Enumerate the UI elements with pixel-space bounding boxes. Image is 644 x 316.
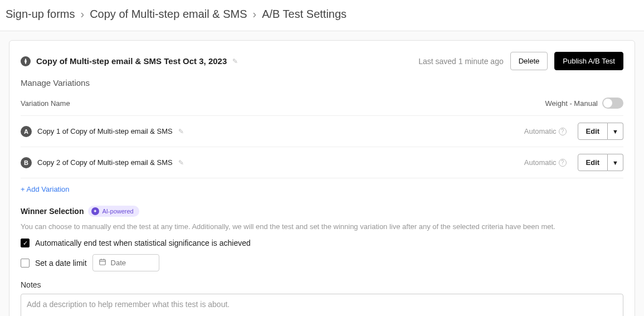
edit-dropdown-caret[interactable]: ▼ [608, 154, 623, 171]
ai-powered-badge: AI-powered [88, 206, 139, 217]
variation-name: Copy 2 of Copy of Multi-step email & SMS [37, 158, 173, 167]
edit-button[interactable]: Edit [578, 123, 608, 140]
breadcrumb-parent[interactable]: Copy of Multi-step email & SMS [90, 8, 247, 21]
last-saved-text: Last saved 1 minute ago [418, 57, 504, 66]
weight-label: Weight - Manual [545, 99, 598, 108]
compass-icon [21, 56, 31, 66]
sparkle-icon [91, 207, 99, 215]
date-input[interactable] [111, 259, 153, 267]
auto-end-label: Automatically end test when statistical … [35, 239, 251, 247]
variation-name: Copy 1 of Copy of Multi-step email & SMS [37, 127, 173, 135]
ab-test-card: Copy of Multi-step email & SMS Test Oct … [9, 40, 635, 316]
chevron-right-icon: › [253, 8, 257, 21]
weight-value: Automatic [524, 127, 557, 135]
add-variation-button[interactable]: + Add Variation [21, 178, 70, 200]
date-input-wrap[interactable] [92, 254, 159, 271]
winner-help-text: You can choose to manually end the test … [21, 222, 623, 231]
variation-row: B Copy 2 of Copy of Multi-step email & S… [21, 147, 623, 178]
edit-button[interactable]: Edit [578, 154, 608, 171]
breadcrumb-current: A/B Test Settings [262, 8, 347, 21]
pencil-icon[interactable]: ✎ [232, 57, 238, 65]
date-limit-label: Set a date limit [35, 259, 87, 268]
chevron-right-icon: › [81, 8, 85, 21]
svg-rect-1 [99, 260, 105, 265]
edit-dropdown-caret[interactable]: ▼ [608, 123, 623, 140]
breadcrumb-root[interactable]: Sign-up forms [6, 8, 75, 21]
winner-selection-heading: Winner Selection [21, 207, 84, 216]
manage-variations-heading: Manage Variations [21, 78, 623, 87]
weight-value: Automatic [524, 158, 557, 167]
help-icon[interactable]: ? [559, 128, 567, 135]
pencil-icon[interactable]: ✎ [178, 159, 184, 167]
variation-row: A Copy 1 of Copy of Multi-step email & S… [21, 116, 623, 147]
calendar-icon [99, 258, 106, 268]
svg-marker-0 [25, 59, 27, 63]
breadcrumb: Sign-up forms › Copy of Multi-step email… [0, 0, 644, 31]
weight-toggle[interactable] [602, 98, 623, 109]
notes-heading: Notes [21, 280, 623, 289]
pencil-icon[interactable]: ✎ [178, 128, 184, 135]
variation-badge: B [21, 157, 32, 168]
variation-badge: A [21, 126, 32, 137]
date-limit-checkbox[interactable] [21, 259, 30, 268]
delete-button[interactable]: Delete [510, 52, 548, 70]
auto-end-checkbox[interactable] [21, 239, 30, 247]
column-variation-name: Variation Name [21, 99, 70, 108]
notes-textarea[interactable] [21, 294, 623, 316]
publish-button[interactable]: Publish A/B Test [554, 52, 623, 70]
test-title: Copy of Multi-step email & SMS Test Oct … [36, 56, 227, 66]
help-icon[interactable]: ? [559, 159, 567, 167]
